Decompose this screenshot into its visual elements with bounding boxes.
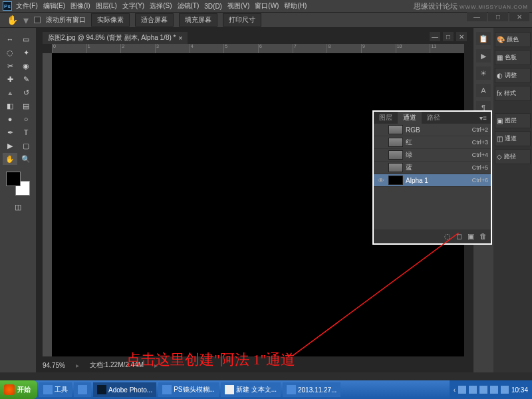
color-swatches[interactable]	[6, 172, 30, 196]
brush-tool[interactable]: ✎	[19, 73, 33, 85]
type-tool[interactable]: T	[19, 126, 33, 138]
document-tab[interactable]: 原图2.jpg @ 94.8% (背景 副本, Alpha 1/8) * ×	[43, 32, 188, 44]
taskbar-item[interactable]: 工具	[39, 382, 72, 397]
close-icon[interactable]: ×	[178, 35, 182, 42]
ps-icon	[97, 385, 106, 394]
marquee-tool[interactable]: ▭	[19, 33, 33, 45]
menu-layer[interactable]: 图层(L)	[96, 1, 117, 11]
clock[interactable]: 10:34	[511, 386, 528, 394]
txt-icon	[225, 385, 234, 394]
menu-file[interactable]: 文件(F)	[16, 1, 38, 11]
menu-help[interactable]: 帮助(H)	[284, 1, 307, 11]
zoom-tool[interactable]: 🔍	[19, 153, 33, 165]
panel-channels[interactable]: ◫通道	[495, 131, 531, 146]
app-menubar: Ps 文件(F) 编辑(E) 图像(I) 图层(L) 文字(Y) 选择(S) 滤…	[0, 0, 532, 12]
zoom-level[interactable]: 94.75%	[43, 362, 65, 369]
heal-tool[interactable]: ✚	[3, 73, 17, 85]
eye-icon[interactable]: 👁	[376, 177, 386, 184]
panel-adjust[interactable]: ◐调整	[495, 68, 531, 83]
tray-icon[interactable]	[479, 386, 487, 394]
shape-tool[interactable]: ▢	[19, 140, 33, 152]
history-brush-tool[interactable]: ↺	[19, 86, 33, 98]
trash-icon[interactable]: 🗑	[479, 232, 487, 241]
app-icon: Ps	[3, 1, 12, 11]
eyedropper-tool[interactable]: ◉	[19, 60, 33, 72]
channel-green[interactable]: 绿Ctrl+4	[374, 149, 491, 162]
folder-icon	[43, 385, 53, 394]
fg-color[interactable]	[6, 172, 21, 186]
eraser-tool[interactable]: ◧	[3, 100, 17, 112]
menu-select[interactable]: 选择(S)	[150, 1, 172, 11]
path-select-tool[interactable]: ▶	[3, 140, 17, 152]
tab-channels[interactable]: 通道	[398, 112, 422, 124]
panel-layers[interactable]: ▣图层	[495, 113, 531, 128]
tray-icon[interactable]	[501, 386, 509, 394]
panel-paths[interactable]: ◇路径	[495, 149, 531, 164]
annotation-text: 点击这里创建"阿法 1"通道	[126, 350, 295, 370]
doc-min-button[interactable]: —	[430, 32, 440, 41]
actual-pixels-button[interactable]: 实际像素	[91, 13, 130, 27]
close-button[interactable]: ✕	[509, 12, 529, 21]
menu-view[interactable]: 视图(V)	[227, 1, 249, 11]
menu-type[interactable]: 文字(Y)	[122, 1, 144, 11]
doc-close-button[interactable]: ✕	[456, 32, 467, 41]
play-icon[interactable]: ▶	[476, 49, 491, 63]
dodge-tool[interactable]: ○	[19, 113, 33, 125]
taskbar-item[interactable]	[74, 382, 91, 397]
panel-color[interactable]: 🎨颜色	[495, 32, 531, 47]
taskbar: 开始 工具 Adobe Photo... PS镜头模糊... 新建 文本文...…	[0, 380, 532, 399]
history-icon[interactable]: 📋	[476, 32, 491, 45]
menu-edit[interactable]: 编辑(E)	[43, 1, 65, 11]
system-tray: ‹ 10:34	[450, 380, 532, 399]
menu-image[interactable]: 图像(I)	[70, 1, 90, 11]
toolbox: ↔▭ ◌✦ ✂◉ ✚✎ ⟁↺ ◧▤ ●○ ✒T ▶▢ ✋🔍 ◫	[0, 28, 36, 372]
lasso-tool[interactable]: ◌	[3, 47, 17, 59]
channel-rgb[interactable]: RGBCtrl+2	[374, 124, 491, 136]
wand-tool[interactable]: ✦	[19, 47, 33, 59]
ruler-vertical	[43, 53, 52, 356]
taskbar-item-photoshop[interactable]: Adobe Photo...	[93, 382, 156, 397]
document-title: 原图2.jpg @ 94.8% (背景 副本, Alpha 1/8) *	[48, 33, 176, 43]
channel-alpha1[interactable]: 👁Alpha 1Ctrl+6	[374, 174, 491, 187]
blur-tool[interactable]: ●	[3, 113, 17, 125]
tab-paths[interactable]: 路径	[422, 112, 446, 124]
stamp-tool[interactable]: ⟁	[3, 86, 17, 98]
scroll-all-checkbox[interactable]	[34, 17, 41, 23]
taskbar-item[interactable]: 新建 文本文...	[221, 382, 281, 397]
maximize-button[interactable]: □	[488, 12, 508, 21]
panel-menu-icon[interactable]: ▾≡	[475, 114, 491, 122]
gradient-tool[interactable]: ▤	[19, 100, 33, 112]
minimize-button[interactable]: —	[467, 12, 487, 21]
move-tool[interactable]: ↔	[3, 33, 17, 45]
channel-red[interactable]: 红Ctrl+3	[374, 136, 491, 149]
doc-max-button[interactable]: □	[443, 32, 454, 41]
pen-tool[interactable]: ✒	[3, 126, 17, 138]
fill-screen-button[interactable]: 填充屏幕	[179, 13, 217, 27]
char-icon[interactable]: A	[476, 84, 491, 97]
tray-icon[interactable]	[490, 386, 498, 394]
new-channel-icon[interactable]: ▣	[467, 232, 474, 241]
quickmask-toggle[interactable]: ◫	[11, 201, 25, 213]
tray-icon[interactable]	[469, 386, 477, 394]
channel-blue[interactable]: 蓝Ctrl+5	[374, 162, 491, 174]
brightness-icon[interactable]: ☀	[476, 66, 491, 80]
taskbar-item[interactable]: 2013.11.27...	[283, 382, 340, 397]
crop-tool[interactable]: ✂	[3, 60, 17, 72]
start-button[interactable]: 开始	[0, 380, 37, 399]
menu-window[interactable]: 窗口(W)	[255, 1, 279, 11]
folder-icon	[162, 385, 172, 394]
palette-icon: 🎨	[497, 36, 505, 43]
fit-screen-button[interactable]: 适合屏幕	[135, 13, 174, 27]
tray-icon[interactable]	[458, 386, 466, 394]
channels-panel: 图层 通道 路径 ▾≡ RGBCtrl+2 红Ctrl+3 绿Ctrl+4 蓝C…	[372, 110, 492, 245]
menu-3d[interactable]: 3D(D)	[204, 3, 222, 10]
tray-arrow-icon[interactable]: ‹	[454, 386, 456, 394]
print-size-button[interactable]: 打印尺寸	[223, 13, 261, 27]
panel-styles[interactable]: fx样式	[495, 86, 531, 101]
hand-tool[interactable]: ✋	[3, 153, 17, 165]
tab-layers[interactable]: 图层	[374, 112, 398, 124]
panel-swatches[interactable]: ▦色板	[495, 50, 531, 65]
taskbar-item[interactable]: PS镜头模糊...	[158, 382, 219, 397]
menu-filter[interactable]: 滤镜(T)	[178, 1, 200, 11]
paths-icon: ◇	[497, 153, 502, 160]
